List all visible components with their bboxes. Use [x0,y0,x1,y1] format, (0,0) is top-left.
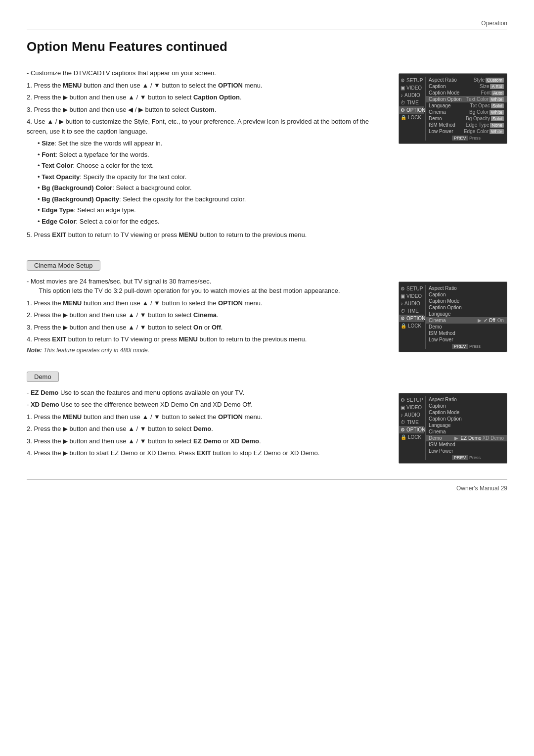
demo-main-content: - EZ Demo Use to scan the features and m… [27,388,507,464]
bullet-text-opacity: Text Opacity: Specify the opacity for th… [38,172,382,182]
cinema-step-3: 3. Press the ▶ button and then use ▲ / ▼… [27,323,382,332]
sidebar-time: ⏱TIME [399,99,424,106]
sidebar-option: ⚙OPTION [399,106,424,114]
caption-left: - Customize the DTV/CADTV captions that … [27,68,382,242]
caption-press-line: PREV Press [426,136,507,141]
cinema-left: - Most movies are 24 frames/sec, but TV … [27,277,382,354]
cinema-intro-1: - Most movies are 24 frames/sec, but TV … [27,277,382,296]
cinema-step-1: 1. Press the MENU button and then use ▲ … [27,298,382,308]
caption-bullets: Size: Set the size the words will appear… [38,139,382,226]
top-header: Operation [27,20,507,30]
caption-menu-row-option: Caption Option Text Color White [426,96,507,102]
cinema-step-4: 4. Press EXIT button to return to TV vie… [27,334,382,344]
c-lock-icon: 🔒 [400,323,406,329]
caption-menu-screenshot-col: ⚙SETUP ▣VIDEO ♪AUDIO ⏱TIME ⚙OPTION [394,68,507,242]
d-video-icon: ▣ [400,405,405,410]
page-footer: Owner's Manual 29 [27,479,507,492]
caption-menu-row-mode: Caption Mode Font Auto [426,90,507,96]
caption-step5-list: 5. Press EXIT button to return to TV vie… [27,230,382,240]
sidebar-video: ▣VIDEO [399,84,424,92]
caption-step-5: 5. Press EXIT button to return to TV vie… [27,230,382,240]
cinema-sidebar-option: ⚙OPTION [399,315,424,322]
demo-step-3: 3. Press the ▶ button and then use ▲ / ▼… [27,436,382,446]
page-title: Option Menu Features continued [27,39,507,54]
cinema-menu-screenshot: ⚙SETUP ▣VIDEO ♪AUDIO ⏱TIME [399,282,507,352]
cinema-menu-sidebar: ⚙SETUP ▣VIDEO ♪AUDIO ⏱TIME [399,285,426,349]
demo-section: Demo - EZ Demo Use to scan the features … [27,363,507,464]
cinema-sidebar-time: ⏱TIME [399,307,424,315]
cinema-step-2: 2. Press the ▶ button and then use ▲ / ▼… [27,310,382,320]
bullet-size: Size: Set the size the words will appear… [38,139,382,148]
d-option-icon: ⚙ [400,427,405,432]
cinema-sidebar-video: ▣VIDEO [399,292,424,300]
cinema-main-content: - Most movies are 24 frames/sec, but TV … [27,277,507,354]
cinema-menu-main: Aspect Ratio Caption Caption Mode Captio… [426,285,507,349]
caption-menu-row-aspect: Aspect Ratio Style Custom [426,77,507,83]
caption-menu-screenshot: ⚙SETUP ▣VIDEO ♪AUDIO ⏱TIME ⚙OPTION [399,73,507,144]
demo-menu-screenshot: ⚙SETUP ▣VIDEO ♪AUDIO ⏱TIME [399,393,507,464]
demo-left: - EZ Demo Use to scan the features and m… [27,388,382,464]
bullet-edge-type: Edge Type: Select an edge type. [38,205,382,215]
caption-menu-row-demo: Demo Bg Opacity Solid [426,115,507,122]
setup-icon: ⚙ [400,78,405,83]
caption-menu-row-cinema: Cinema Bg Color White [426,109,507,115]
video-icon: ▣ [400,85,405,91]
d-setup-icon: ⚙ [400,397,405,403]
d-lock-icon: 🔒 [400,434,406,440]
cinema-section: Cinema Mode Setup - Most movies are 24 f… [27,251,507,354]
bullet-bg-opacity: Bg (Background) Opacity: Select the opac… [38,194,382,204]
sidebar-audio: ♪AUDIO [399,92,424,99]
demo-steps: 1. Press the MENU button and then use ▲ … [27,412,382,458]
time-icon: ⏱ [400,100,405,105]
bullet-bg-color: Bg (Background) Color: Select a backgrou… [38,183,382,193]
lock-icon: 🔒 [400,115,406,120]
demo-menu-sidebar: ⚙SETUP ▣VIDEO ♪AUDIO ⏱TIME [399,396,426,460]
caption-section: - Customize the DTV/CADTV captions that … [27,68,507,242]
audio-icon: ♪ [400,93,403,98]
c-option-icon: ⚙ [400,316,405,321]
cinema-sidebar-audio: ♪AUDIO [399,300,424,307]
caption-intro: - Customize the DTV/CADTV captions that … [27,68,382,78]
demo-sidebar-audio: ♪AUDIO [399,411,424,419]
demo-sidebar-time: ⏱TIME [399,419,424,426]
caption-menu-main: Aspect Ratio Style Custom Caption Size A… [426,77,507,141]
d-time-icon: ⏱ [400,420,405,425]
c-video-icon: ▣ [400,293,405,299]
bullet-edge-color: Edge Color: Select a color for the edges… [38,217,382,227]
cinema-menu-screenshot-col: ⚙SETUP ▣VIDEO ♪AUDIO ⏱TIME [394,277,507,354]
demo-section-header: Demo [27,372,59,382]
caption-step-4: 4. Use ▲ / ▶ button to customize the Sty… [27,117,382,136]
cinema-section-header: Cinema Mode Setup [27,260,100,271]
c-audio-icon: ♪ [400,301,403,306]
cinema-press-line: PREV Press [426,344,507,349]
caption-step-2: 2. Press the ▶ button and then use ▲ / ▼… [27,93,382,102]
demo-sidebar-option: ⚙OPTION [399,426,424,433]
demo-step-4: 4. Press the ▶ button to start EZ Demo o… [27,448,382,458]
demo-menu-screenshot-col: ⚙SETUP ▣VIDEO ♪AUDIO ⏱TIME [394,388,507,464]
page: Operation Option Menu Features continued… [0,0,534,756]
demo-intro-xd: - XD Demo Use to see the difference betw… [27,400,382,410]
caption-menu-row-low: Low Power Edge Color White [426,128,507,135]
caption-menu-row-ism: ISM Method Edge Type None [426,122,507,128]
sidebar-setup: ⚙SETUP [399,77,424,84]
c-time-icon: ⏱ [400,308,405,314]
cinema-sidebar-lock: 🔒LOCK [399,322,424,330]
cinema-steps: 1. Press the MENU button and then use ▲ … [27,298,382,344]
c-setup-icon: ⚙ [400,286,405,291]
bullet-font: Font: Select a typeface for the words. [38,150,382,160]
caption-menu-sidebar: ⚙SETUP ▣VIDEO ♪AUDIO ⏱TIME ⚙OPTION [399,77,426,141]
demo-sidebar-setup: ⚙SETUP [399,396,424,404]
demo-step-1: 1. Press the MENU button and then use ▲ … [27,412,382,422]
caption-menu-row-lang: Language Txt Opac Solid [426,102,507,109]
bullet-text-color: Text Color: Choose a color for the text. [38,161,382,171]
section-label: Operation [481,20,507,27]
sidebar-lock: 🔒LOCK [399,114,424,121]
demo-menu-main: Aspect Ratio Caption Caption Mode Captio… [426,396,507,460]
caption-step-3: 3. Press the ▶ button and then use ◀ / ▶… [27,105,382,115]
caption-steps: 1. Press the MENU button and then use ▲ … [27,81,382,137]
demo-sidebar-lock: 🔒LOCK [399,433,424,441]
caption-menu-row-caption: Caption Size A Std [426,83,507,90]
demo-press-line: PREV Press [426,455,507,460]
footer-text: Owner's Manual 29 [456,485,507,492]
demo-sidebar-video: ▣VIDEO [399,404,424,411]
